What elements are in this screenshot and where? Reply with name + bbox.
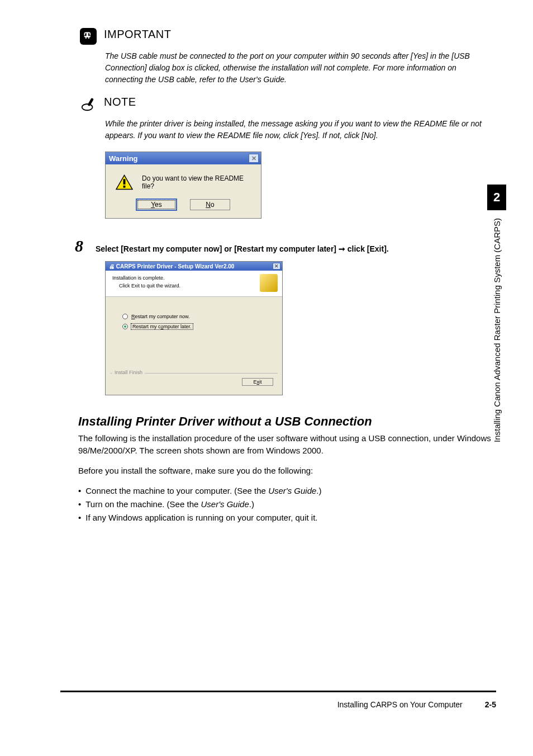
warning-triangle-icon [116, 174, 133, 190]
wizard-dialog: 🖨 CARPS Printer Driver - Setup Wizard Ve… [105, 261, 283, 395]
radio-restart-now[interactable]: Restart my computer now. [122, 314, 282, 319]
step-instruction: Select [Restart my computer now] or [Res… [96, 244, 389, 253]
step-number: 8 [75, 237, 83, 256]
wizard-top-text: Installation is complete. Click Exit to … [112, 274, 180, 290]
close-icon[interactable]: ✕ [273, 263, 280, 270]
footer-title: Installing CARPS on Your Computer [337, 700, 463, 709]
close-icon[interactable]: ✕ [249, 154, 259, 163]
list-item: Connect the machine to your computer. (S… [78, 484, 494, 498]
wizard-titlebar: 🖨 CARPS Printer Driver - Setup Wizard Ve… [106, 262, 282, 271]
important-callout: IMPORTANT [78, 28, 494, 45]
wizard-logo-icon [260, 274, 278, 292]
chapter-number: 2 [487, 185, 506, 210]
note-icon [78, 96, 98, 112]
important-body: The USB cable must be connected to the p… [105, 50, 494, 86]
prereq-list: Connect the machine to your computer. (S… [78, 484, 494, 525]
note-body: While the printer driver is being instal… [105, 118, 494, 141]
wizard-group: Install Finish Exit [110, 373, 278, 395]
radio-icon [122, 324, 128, 329]
section-heading: Installing Printer Driver without a USB … [78, 414, 494, 429]
page-number: 2-5 [485, 700, 496, 709]
important-title: IMPORTANT [104, 28, 171, 41]
list-item: Turn on the machine. (See the User's Gui… [78, 498, 494, 511]
warning-dialog: Warning ✕ Do you want to view the README… [105, 152, 261, 219]
svg-point-0 [82, 104, 93, 110]
list-item: If any Windows application is running on… [78, 511, 494, 525]
yes-button[interactable]: Yes [136, 199, 177, 210]
section-p1: The following is the installation proced… [78, 432, 494, 457]
footer-rule [60, 691, 496, 692]
note-title: NOTE [104, 96, 136, 108]
radio-icon [122, 314, 128, 319]
svg-rect-3 [123, 179, 126, 185]
radio-restart-later[interactable]: Restart my computer later. [122, 324, 282, 329]
warning-title: Warning [109, 154, 138, 163]
no-button[interactable]: No [190, 199, 230, 210]
warning-message: Do you want to view the README file? [142, 174, 254, 190]
note-callout: NOTE [78, 96, 494, 112]
wizard-title: 🖨 CARPS Printer Driver - Setup Wizard Ve… [109, 263, 234, 270]
important-icon [78, 28, 98, 45]
svg-rect-4 [123, 186, 126, 188]
warning-titlebar: Warning ✕ [106, 152, 261, 164]
chapter-tab: 2 Installing Canon Advanced Raster Print… [487, 185, 506, 486]
section-p2: Before you install the software, make su… [78, 465, 494, 477]
step-8: 8 Select [Restart my computer now] or [R… [78, 237, 494, 256]
exit-button[interactable]: Exit [242, 378, 273, 386]
page-footer: Installing CARPS on Your Computer 2-5 [60, 700, 496, 709]
chapter-title: Installing Canon Advanced Raster Printin… [492, 218, 502, 442]
